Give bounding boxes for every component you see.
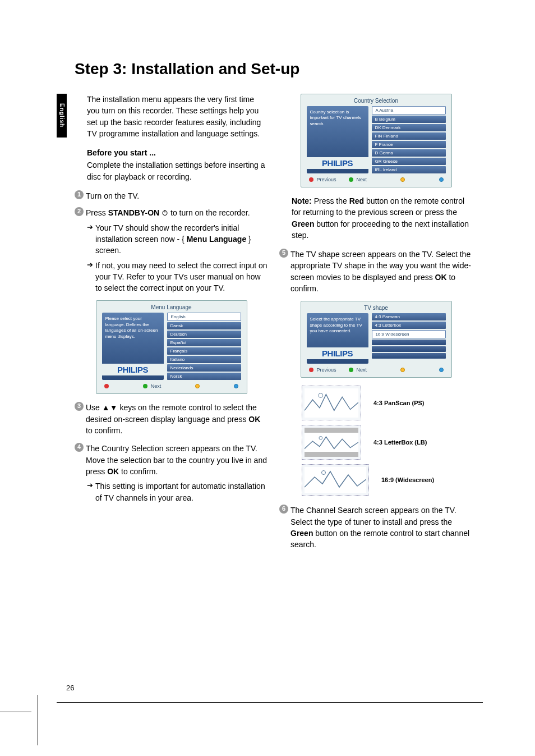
step-number-2: 2	[75, 207, 84, 216]
osd-item: Español	[167, 339, 241, 346]
osd-item-blank	[372, 353, 446, 359]
step-5: 5 The TV shape screen appears on the TV.…	[279, 249, 473, 294]
osd-country-list: A Austria B Belgium DK Denmark FIN Finla…	[372, 106, 446, 173]
osd-prev-label: Previous	[317, 177, 336, 182]
step-3-text: Use ▲▼ keys on the remote control to sel…	[86, 402, 268, 436]
osd-title: TV shape	[301, 301, 451, 313]
osd-title: Menu Language	[96, 301, 247, 313]
step-4: 4 The Country Selection screen appears o…	[75, 443, 268, 477]
osd-item: Deutsch	[167, 331, 241, 338]
red-dot-icon	[309, 177, 313, 182]
blue-dot-icon	[234, 384, 238, 388]
step-6: 6 The Channel Search screen appears on t…	[279, 505, 473, 550]
mountains-icon	[305, 467, 366, 493]
shape-panscan-label: 4:3 PanScan (PS)	[373, 400, 424, 406]
osd-item: Italiano	[167, 356, 241, 363]
step-number-5: 5	[279, 249, 288, 258]
step-number-6: 6	[279, 505, 288, 514]
mountains-icon	[305, 388, 358, 418]
blue-dot-icon	[439, 368, 444, 372]
osd-bottom-bar: Next	[96, 380, 247, 389]
yellow-dot-icon	[400, 368, 405, 372]
osd-item: Norsk	[167, 373, 241, 380]
language-tab: English	[57, 94, 67, 138]
note-text: Note: Press the Red button on the remote…	[292, 195, 473, 241]
arrow-icon: ➔	[87, 222, 93, 256]
step-number-1: 1	[75, 190, 84, 199]
svg-rect-1	[165, 210, 165, 213]
blue-dot-icon	[439, 177, 444, 182]
step-2: 2 Press STANDBY-ON to turn on the record…	[75, 207, 268, 218]
shape-letterbox-thumb	[302, 425, 361, 460]
osd-bottom-bar: Previous Next	[301, 173, 451, 182]
crop-mark-vertical	[38, 695, 38, 745]
osd-hint-panel: Country selection is important for TV ch…	[307, 106, 368, 173]
osd-item-blank	[372, 346, 446, 352]
osd-item: GR Greece	[372, 158, 446, 165]
step-number-4: 4	[75, 443, 84, 452]
philips-logo: PHILIPS	[307, 347, 368, 359]
osd-item-austria: A Austria	[372, 106, 446, 114]
osd-item: Dansk	[167, 322, 241, 329]
osd-item: F France	[372, 141, 446, 148]
osd-item: IRL Ireland	[372, 166, 446, 173]
osd-item: Nederlands	[167, 364, 241, 372]
osd-item-english: English	[167, 313, 241, 321]
green-dot-icon	[349, 368, 353, 372]
osd-item: B Belgium	[372, 116, 446, 123]
intro-paragraph: The installation menu appears the very f…	[87, 94, 268, 139]
yellow-dot-icon	[400, 177, 405, 182]
step-number-3: 3	[75, 402, 84, 411]
osd-item: 4:3 Letterbox	[372, 322, 446, 329]
shape-panscan-thumb	[302, 386, 361, 420]
step-3: 3 Use ▲▼ keys on the remote control to s…	[75, 402, 268, 436]
osd-item: FIN Finland	[372, 132, 446, 140]
osd-next-label: Next	[357, 177, 367, 182]
before-heading: Before you start ...	[87, 147, 268, 158]
mountains-icon	[305, 428, 358, 457]
step-2-sub1: ➔ Your TV should show the recorder's ini…	[87, 222, 268, 256]
arrow-icon: ➔	[87, 260, 93, 294]
osd-item-blank	[372, 340, 446, 345]
osd-hint-panel: Please select your language. Defines the…	[102, 313, 164, 380]
red-dot-icon	[309, 368, 313, 372]
shape-letterbox-label: 4:3 LetterBox (LB)	[373, 439, 427, 446]
step-1: 1 Turn on the TV.	[75, 190, 268, 201]
step-2-sub2: ➔ If not, you may need to select the cor…	[87, 260, 268, 294]
osd-next-label: Next	[151, 383, 162, 389]
osd-shape-list: 4:3 Panscan 4:3 Letterbox 16:9 Widescree…	[372, 313, 446, 364]
svg-point-4	[322, 471, 326, 475]
shape-widescreen-thumb	[302, 464, 369, 496]
green-dot-icon	[349, 177, 353, 182]
footer-rule	[57, 702, 483, 703]
osd-next-label: Next	[357, 367, 367, 373]
philips-logo: PHILIPS	[307, 157, 368, 169]
power-icon	[162, 209, 168, 216]
osd-country-selection: Country Selection Country selection is i…	[301, 94, 452, 187]
crop-mark-horizontal	[0, 712, 31, 712]
step-4-sub: ➔ This setting is important for automati…	[87, 480, 268, 503]
step-1-text: Turn on the TV.	[86, 190, 268, 201]
osd-item: Français	[167, 347, 241, 355]
svg-point-2	[319, 393, 323, 398]
osd-item: 4:3 Panscan	[372, 313, 446, 320]
osd-bottom-bar: Previous Next	[301, 364, 451, 373]
shape-panscan-row: 4:3 PanScan (PS)	[302, 386, 473, 420]
page-title: Step 3: Installation and Set-up	[75, 60, 299, 78]
osd-hint-panel: Select the appropriate TV shape accordin…	[307, 313, 368, 364]
osd-item: DK Denmark	[372, 124, 446, 131]
osd-menu-language: Menu Language Please select your languag…	[96, 300, 247, 394]
shape-widescreen-row: 16:9 (Widescreen)	[302, 464, 473, 496]
osd-prev-label: Previous	[317, 367, 336, 373]
osd-language-list: English Dansk Deutsch Español Français I…	[167, 313, 241, 380]
step-6-text: The Channel Search screen appears on the…	[290, 505, 473, 550]
before-text: Complete the installation settings befor…	[87, 159, 268, 182]
osd-item: D Germa	[372, 149, 446, 157]
osd-item-widescreen: 16:9 Widescreen	[372, 330, 446, 338]
shape-letterbox-row: 4:3 LetterBox (LB)	[302, 425, 473, 460]
page-number: 26	[66, 684, 74, 692]
svg-point-3	[319, 437, 322, 440]
yellow-dot-icon	[195, 384, 200, 388]
step-5-text: The TV shape screen appears on the TV. S…	[290, 249, 473, 294]
step-2-text: Press STANDBY-ON to turn on the recorder…	[86, 207, 268, 218]
